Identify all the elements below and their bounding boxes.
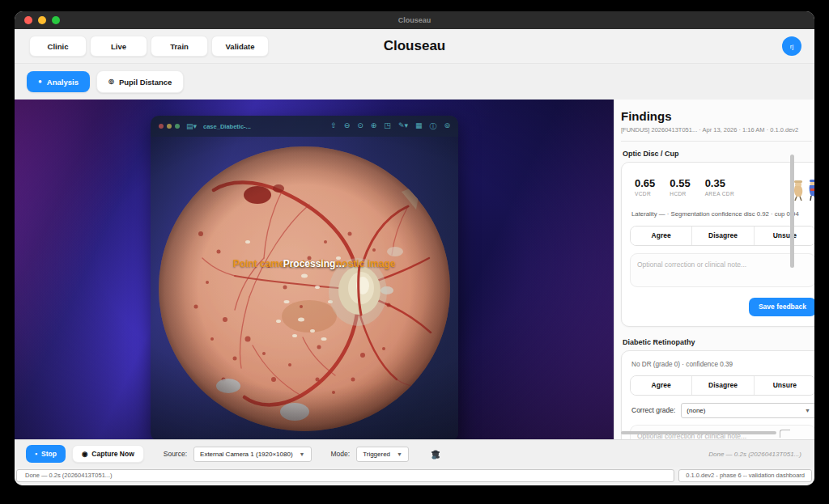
preview-traffic-lights <box>159 124 180 129</box>
zoom-in-icon: ⊕ <box>371 121 377 132</box>
chevron-down-icon: ▼ <box>300 451 305 457</box>
zoom-out-icon: ⊖ <box>344 121 351 132</box>
window-title: Clouseau <box>15 16 814 24</box>
vcdr-label: VCDR <box>635 191 655 197</box>
laterality-line: Laterality — · Segmentation confidence d… <box>631 210 814 219</box>
correct-grade-label: Correct grade: <box>631 406 675 414</box>
preview-toolbar: ⇧ ⊖ ⊙ ⊕ ◳ ✎▾ ▦ ⓘ ⊚ <box>330 121 450 132</box>
mode-nav: Clinic Live Train Validate <box>29 36 269 57</box>
preview-titlebar: ▤▾ case_Diabetic-... ⇧ ⊖ ⊙ ⊕ ◳ ✎▾ ▦ ⓘ ⊚ <box>151 116 458 137</box>
optic-metrics: 0.65 VCDR 0.55 HCDR 0.35 AREA CDR <box>635 177 814 201</box>
dr-section-label: Diabetic Retinopathy <box>623 338 814 346</box>
fundus-image <box>151 137 458 439</box>
nav-live-button[interactable]: Live <box>90 36 147 57</box>
stop-label: Stop <box>41 450 57 458</box>
optic-agree-button[interactable]: Agree <box>631 227 692 245</box>
optic-unsure-button[interactable]: Unsure <box>755 227 814 245</box>
sidebar-icon: ▤▾ <box>186 122 197 130</box>
preview-filename: case_Diabetic-... <box>203 123 251 130</box>
clipped-card-corner <box>780 430 790 438</box>
info-icon: ⓘ <box>429 121 436 132</box>
metric-hcdr: 0.55 HCDR <box>670 177 690 197</box>
optic-card: 0.65 VCDR 0.55 HCDR 0.35 AREA CDR <box>621 162 814 327</box>
metric-vcdr: 0.65 VCDR <box>635 177 655 197</box>
tab-analysis-label: Analysis <box>47 78 79 87</box>
capture-now-button[interactable]: ◉ Capture Now <box>72 445 144 463</box>
tab-analysis[interactable]: ● Analysis <box>27 71 90 92</box>
findings-meta: [FUNDUS] 20260413T051... · Apr 13, 2026 … <box>621 125 803 134</box>
findings-panel: Findings [FUNDUS] 20260413T051... · Apr … <box>614 100 814 439</box>
optic-note-input[interactable] <box>630 253 814 287</box>
correct-grade-select[interactable]: (none) ▼ <box>681 403 814 418</box>
vcdr-value: 0.65 <box>635 177 655 189</box>
dr-agree-button[interactable]: Agree <box>631 376 692 395</box>
status-left-text: Done — 0.2s (20260413T051...) <box>25 472 113 479</box>
findings-title: Findings <box>621 109 814 123</box>
area-cdr-label: AREA CDR <box>705 191 734 197</box>
correct-grade-value: (none) <box>687 407 705 414</box>
source-label: Source: <box>164 450 187 458</box>
titlebar: Clouseau <box>15 11 814 29</box>
run-status-text: Done — 0.2s (20260413T051...) <box>708 451 801 458</box>
markup-icon: ✎▾ <box>398 121 408 132</box>
dr-disagree-button[interactable]: Disagree <box>692 376 754 395</box>
desktop-background: Clouseau Clouseau Clinic Live Train Vali… <box>0 0 829 504</box>
status-left-box: Done — 0.2s (20260413T051...) <box>16 469 674 482</box>
fundus-illustration <box>151 137 458 439</box>
dr-unsure-button[interactable]: Unsure <box>755 376 814 395</box>
nav-train-button[interactable]: Train <box>151 36 208 57</box>
preview-minimize-icon <box>167 124 172 129</box>
optic-feedback-buttons: Agree Disagree Unsure <box>630 226 814 246</box>
hcdr-value: 0.55 <box>670 177 690 189</box>
capture-now-label: Capture Now <box>91 450 134 458</box>
tab-pupil-distance[interactable]: ◎ Pupil Distance <box>96 70 184 93</box>
findings-horizontal-scrollbar[interactable] <box>621 431 776 434</box>
source-select[interactable]: External Camera 1 (1920×1080) ▼ <box>193 447 311 462</box>
dr-prediction: No DR (grade 0) · confidence 0.39 <box>631 361 814 368</box>
detective-glyph-icon <box>430 449 441 460</box>
app-header: Clouseau Clinic Live Train Validate rj <box>15 29 814 64</box>
optic-save-row: Save feedback <box>630 298 814 316</box>
preview-close-icon <box>159 124 164 129</box>
crop-icon: ◳ <box>384 121 391 132</box>
status-right-text: 0.1.0.dev2 - phase 6 -- validation dashb… <box>686 472 805 479</box>
main-content: ▤▾ case_Diabetic-... ⇧ ⊖ ⊙ ⊕ ◳ ✎▾ ▦ ⓘ ⊚ <box>15 100 814 439</box>
chevron-down-icon: ▼ <box>397 451 402 457</box>
app-window: Clouseau Clouseau Clinic Live Train Vali… <box>15 11 814 485</box>
capture-target-icon: ◉ <box>82 450 87 458</box>
view-tabs: ● Analysis ◎ Pupil Distance <box>15 64 814 100</box>
source-value: External Camera 1 (1920×1080) <box>200 451 293 458</box>
pupil-distance-icon: ◎ <box>108 78 114 85</box>
camera-viewport: ▤▾ case_Diabetic-... ⇧ ⊖ ⊙ ⊕ ◳ ✎▾ ▦ ⓘ ⊚ <box>15 100 614 439</box>
dr-feedback-buttons: Agree Disagree Unsure <box>630 375 814 396</box>
hcdr-label: HCDR <box>670 191 690 197</box>
area-cdr-value: 0.35 <box>705 177 734 189</box>
zoom-reset-icon: ⊙ <box>357 121 363 132</box>
findings-divider <box>621 141 812 142</box>
mode-value: Triggered <box>363 451 390 458</box>
dr-card: No DR (grade 0) · confidence 0.39 Agree … <box>621 350 814 439</box>
gallery-icon: ▦ <box>415 121 423 132</box>
optic-section-label: Optic Disc / Cup <box>623 150 814 158</box>
tab-pupil-distance-label: Pupil Distance <box>119 78 172 87</box>
preview-zoom-icon <box>175 124 180 129</box>
chevron-down-icon: ▼ <box>805 408 810 413</box>
stop-square-icon: ▪ <box>35 450 37 458</box>
stop-button[interactable]: ▪ Stop <box>26 445 66 463</box>
status-right-box: 0.1.0.dev2 - phase 6 -- validation dashb… <box>678 469 812 482</box>
nav-clinic-button[interactable]: Clinic <box>29 36 87 57</box>
captured-preview-window: ▤▾ case_Diabetic-... ⇧ ⊖ ⊙ ⊕ ◳ ✎▾ ▦ ⓘ ⊚ <box>151 116 458 439</box>
mode-label: Mode: <box>331 450 351 458</box>
analysis-dot-icon: ● <box>38 78 42 85</box>
save-feedback-button[interactable]: Save feedback <box>749 298 814 316</box>
correct-grade-row: Correct grade: (none) ▼ <box>631 403 814 418</box>
avatar[interactable]: rj <box>782 36 801 56</box>
nav-validate-button[interactable]: Validate <box>211 36 269 57</box>
capture-control-bar: ▪ Stop ◉ Capture Now Source: External Ca… <box>15 439 814 468</box>
optic-disagree-button[interactable]: Disagree <box>692 227 754 245</box>
search-icon: ⊚ <box>444 121 450 132</box>
mode-select[interactable]: Triggered ▼ <box>356 447 409 462</box>
share-icon: ⇧ <box>330 121 337 132</box>
metric-area-cdr: 0.35 AREA CDR <box>705 177 734 197</box>
findings-vertical-scrollbar[interactable] <box>790 155 794 268</box>
